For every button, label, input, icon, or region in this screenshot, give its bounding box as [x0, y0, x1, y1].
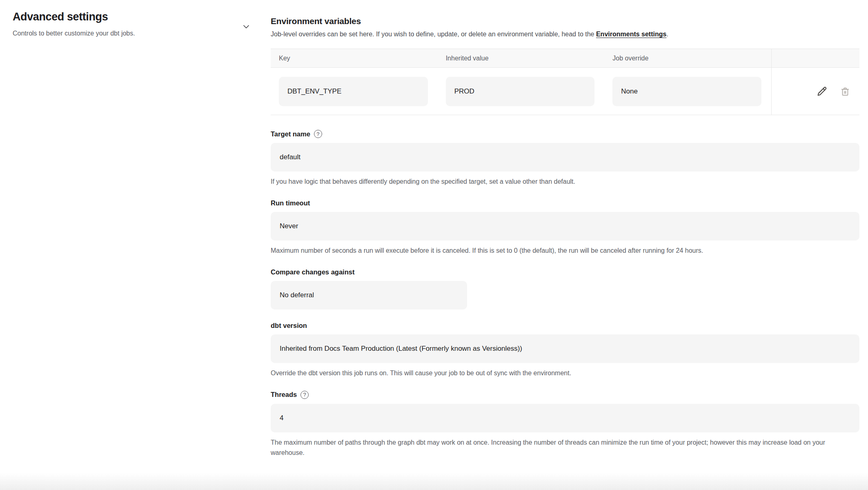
env-var-key-value: DBT_ENV_TYPE	[279, 77, 428, 106]
env-vars-table-header: Key Inherited value Job override	[271, 49, 859, 68]
env-vars-description-period: .	[666, 31, 668, 38]
dbt-version-label: dbt version	[271, 322, 307, 330]
env-var-inherited-value: PROD	[446, 77, 595, 106]
env-var-actions-cell	[771, 68, 859, 115]
env-vars-description-text: Job-level overrides can be set here. If …	[271, 31, 596, 38]
env-var-override-value: None	[612, 77, 761, 106]
run-timeout-label-row: Run timeout	[271, 199, 859, 207]
threads-input[interactable]	[271, 404, 859, 432]
column-header-key: Key	[271, 55, 438, 62]
field-compare-changes: Compare changes against	[271, 268, 859, 310]
page-subtitle: Controls to better customize your dbt jo…	[13, 29, 135, 38]
delete-env-var-button[interactable]	[839, 86, 851, 97]
chevron-down-icon	[241, 22, 251, 31]
page-title: Advanced settings	[13, 10, 135, 24]
env-vars-table: Key Inherited value Job override DBT_ENV…	[271, 49, 859, 115]
field-dbt-version: dbt version Override the dbt version thi…	[271, 322, 859, 379]
column-header-job-override: Job override	[604, 55, 771, 62]
compare-changes-label: Compare changes against	[271, 268, 354, 276]
help-circle-icon[interactable]: ?	[300, 391, 309, 399]
environments-settings-link[interactable]: Environments settings	[596, 31, 666, 38]
trash-icon	[839, 86, 851, 97]
field-target-name: Target name ? If you have logic that beh…	[271, 130, 859, 187]
column-header-inherited-value: Inherited value	[438, 55, 605, 62]
run-timeout-helper: Maximum number of seconds a run will exe…	[271, 246, 859, 256]
threads-label: Threads	[271, 391, 297, 399]
env-vars-description: Job-level overrides can be set here. If …	[271, 30, 859, 39]
settings-summary-header: Advanced settings Controls to better cus…	[13, 10, 256, 38]
env-var-override-cell: None	[604, 68, 771, 115]
env-var-key-cell: DBT_ENV_TYPE	[271, 68, 438, 115]
field-run-timeout: Run timeout Maximum number of seconds a …	[271, 199, 859, 256]
dbt-version-input[interactable]	[271, 334, 859, 363]
edit-env-var-button[interactable]	[816, 85, 828, 98]
run-timeout-label: Run timeout	[271, 199, 310, 207]
column-header-actions	[771, 49, 859, 67]
target-name-label-row: Target name ?	[271, 130, 859, 138]
threads-helper: The maximum number of paths through the …	[271, 438, 859, 458]
target-name-label: Target name	[271, 130, 310, 138]
advanced-settings-page: Advanced settings Controls to better cus…	[0, 0, 868, 490]
pencil-icon	[816, 85, 828, 98]
help-circle-icon[interactable]: ?	[314, 130, 322, 138]
target-name-input[interactable]	[271, 143, 859, 172]
compare-changes-input[interactable]	[271, 281, 467, 310]
dbt-version-label-row: dbt version	[271, 322, 859, 330]
target-name-helper: If you have logic that behaves different…	[271, 177, 859, 187]
table-row: DBT_ENV_TYPE PROD None	[271, 68, 859, 115]
compare-changes-label-row: Compare changes against	[271, 268, 859, 276]
run-timeout-input[interactable]	[271, 212, 859, 241]
dbt-version-helper: Override the dbt version this job runs o…	[271, 368, 859, 379]
settings-summary-panel: Advanced settings Controls to better cus…	[0, 0, 271, 490]
settings-summary-text: Advanced settings Controls to better cus…	[13, 10, 135, 38]
collapse-section-button[interactable]	[240, 21, 252, 32]
env-vars-section-title: Environment variables	[271, 16, 859, 26]
threads-label-row: Threads ?	[271, 391, 859, 399]
advanced-settings-form: Environment variables Job-level override…	[271, 0, 868, 490]
env-var-inherited-cell: PROD	[438, 68, 605, 115]
field-threads: Threads ? The maximum number of paths th…	[271, 391, 859, 458]
